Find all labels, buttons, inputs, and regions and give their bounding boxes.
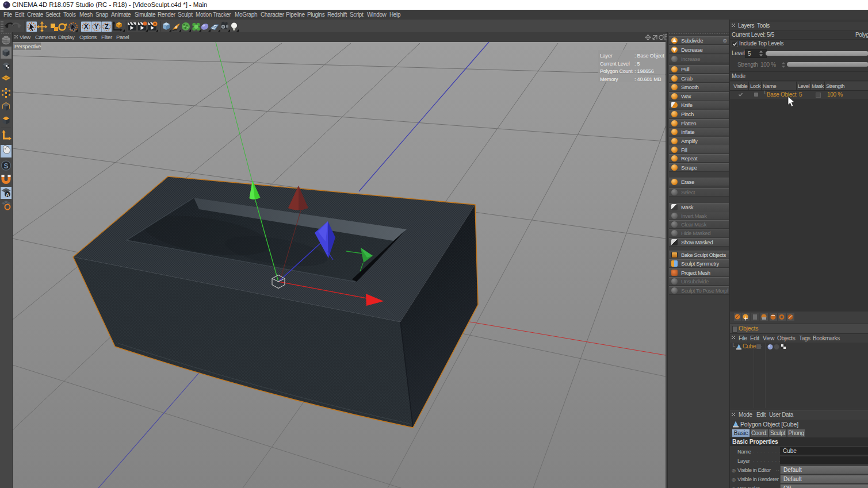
svg-text:X: X [84, 23, 89, 30]
svg-text:S: S [3, 162, 8, 170]
svg-text:Y: Y [94, 23, 99, 30]
svg-text:A: A [6, 192, 10, 198]
svg-text:Z: Z [105, 23, 109, 30]
